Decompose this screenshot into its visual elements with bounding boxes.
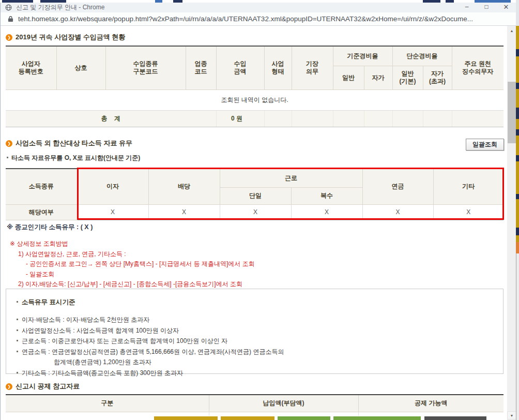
- background-fragment: [516, 194, 519, 199]
- empty-cell: [6, 412, 209, 416]
- value-labor-single: X: [220, 204, 291, 220]
- empty-cell: [452, 110, 503, 127]
- criteria-item: 근로소득 : 이중근로안내자 또는 근로소득금액 합계액이 100만원 이상인 …: [17, 336, 493, 347]
- bottom-button-5[interactable]: [424, 416, 486, 420]
- background-fragment: [516, 155, 519, 161]
- col-header-simple-self: 자가 (초과): [423, 66, 452, 89]
- table-row: 조회된 내역이 없습니다.: [6, 89, 503, 110]
- col-group-standard-rate: 기준경비율: [333, 46, 392, 66]
- total-label: 총 계: [6, 110, 216, 127]
- detail-info-block: ※ 상세정보 조회방법 1) 사업연말정산, 근로, 연금, 기타소득 : - …: [10, 239, 255, 290]
- empty-cell: [209, 412, 358, 416]
- section-bullet-icon: ❯: [6, 383, 12, 390]
- other-income-table: 소득종류 이자 배당 근로 연금 기타 단일 복수 해당여부 X X X: [6, 168, 503, 220]
- empty-cell: [358, 412, 503, 416]
- section1-title: ❯ 2019년 귀속 사업장별 수입금액 현황: [6, 33, 125, 42]
- empty-cell: [423, 110, 452, 127]
- window-title: 신고 및 기장의무 안내 - Chrome: [16, 3, 104, 12]
- value-other: X: [433, 204, 503, 220]
- col-header-dividend: 배당: [148, 169, 220, 204]
- col-header-paid-amount: 납입액(부담액): [209, 395, 358, 412]
- background-fragment: [516, 0, 519, 26]
- criteria-item: 이자·배당소득 : 이자·배당소득 2천만원 초과자: [17, 314, 493, 325]
- value-interest: X: [77, 204, 148, 220]
- value-labor-multiple: X: [291, 204, 362, 220]
- bottom-button-4[interactable]: [333, 416, 421, 420]
- scroll-up-button[interactable]: ▲: [507, 27, 516, 35]
- address-bar[interactable]: teht.hometax.go.kr/websquare/popup.html?…: [1, 12, 516, 26]
- detail-line: - 일괄조회: [26, 269, 255, 280]
- col-header-business-form: 사업 형태: [264, 46, 292, 89]
- col-header-labor-single: 단일: [220, 187, 291, 204]
- detail-line: - 공인인증서로 로그인→ 왼쪽 상단 [My홈택스] - [지급명세서 등 제…: [26, 259, 255, 269]
- scrollbar-thumb[interactable]: [508, 82, 516, 143]
- col-header-interest: 이자: [77, 169, 148, 204]
- bottom-button-3[interactable]: [278, 416, 330, 420]
- page-content: ❯ 2019년 귀속 사업장별 수입금액 현황 사업자 등록번호 상호 수입종류…: [1, 26, 516, 420]
- empty-cell: [333, 110, 364, 127]
- background-fragment: [516, 49, 519, 56]
- background-fragment: [516, 242, 519, 253]
- background-fragment: [516, 253, 519, 420]
- maximize-button[interactable]: □: [477, 3, 496, 12]
- bottom-button-2[interactable]: [221, 416, 274, 420]
- income-status-table: 사업자 등록번호 상호 수입종류 구분코드 업종 코드 수입 금액 사업 형태 …: [6, 46, 503, 127]
- empty-message: 조회된 내역이 없습니다.: [6, 89, 503, 110]
- col-header-bookkeeping-duty: 기장 의무: [292, 46, 333, 89]
- section3-title-text: 신고시 공제 참고자료: [16, 382, 80, 391]
- criteria-item: 사업연말정산소득 : 사업소득금액 합계액 100만원 이상자: [17, 325, 493, 336]
- col-header-income-kind: 소득종류: [6, 169, 77, 204]
- col-header-income-amount: 수입 금액: [216, 46, 264, 89]
- background-fragment: [516, 83, 519, 89]
- section2-title-text: 사업소득 외 합산대상 타소득 자료 유무: [16, 139, 132, 148]
- value-pension: X: [362, 204, 433, 220]
- table-row: 해당여부 X X X X X X: [6, 204, 503, 220]
- empty-cell: [292, 110, 333, 127]
- criteria-item: 연금소득 : 연금연말정산(공적연금) 총연금액 5,166,666원 이상, …: [17, 347, 493, 357]
- criteria-item: 기타소득 : 기타소득금액(종교인소득 포함) 300만원 초과자: [17, 368, 493, 379]
- col-header-income-type-code: 수입종류 구분코드: [105, 46, 186, 89]
- bottom-button-1[interactable]: [154, 416, 218, 420]
- background-fragment: [516, 129, 519, 136]
- criteria-item-continuation: 합계액(총연금액) 1,200만원 초과자: [54, 357, 493, 368]
- col-header-category: 구분: [6, 395, 209, 412]
- window-controls: – □ ✕: [457, 3, 516, 12]
- table-row: [6, 412, 503, 416]
- col-header-trade-name: 상호: [56, 46, 105, 89]
- col-header-pension: 연금: [362, 169, 433, 204]
- popup-window: 신고 및 기장의무 안내 - Chrome – □ ✕ teht.hometax…: [0, 3, 516, 420]
- col-header-deductible-amount: 공제 가능액: [358, 395, 503, 412]
- background-page-strip: [516, 0, 519, 420]
- col-header-simple-general: 일반 (기본): [392, 66, 423, 89]
- col-header-withholding-agent: 주요 원천 징수의무자: [452, 46, 503, 89]
- table-row: 총 계 0 원: [6, 110, 503, 127]
- criteria-box: 소득유무 표시기준 이자·배당소득 : 이자·배당소득 2천만원 초과자 사업연…: [6, 289, 503, 374]
- detail-line: 2) 이자,배당소득: [신고/납부] - [세금신고] - [종합소득세] -…: [18, 279, 255, 290]
- section-bullet-icon: ❯: [6, 140, 12, 147]
- batch-inquiry-button[interactable]: 일괄조회: [466, 139, 504, 151]
- section2-title: ❯ 사업소득 외 합산대상 타소득 자료 유무: [6, 139, 132, 148]
- col-header-industry-code: 업종 코드: [186, 46, 216, 89]
- scrollbar[interactable]: ▲ ▼: [507, 26, 516, 420]
- col-header-other: 기타: [433, 169, 503, 204]
- url-text: teht.hometax.go.kr/websquare/popup.html?…: [18, 15, 473, 23]
- empty-cell: [392, 110, 423, 127]
- col-header-standard-general: 일반: [333, 66, 364, 89]
- section-bullet-icon: ❯: [6, 34, 12, 41]
- col-header-standard-self: 자가: [364, 66, 392, 89]
- window-titlebar: 신고 및 기장의무 안내 - Chrome – □ ✕: [1, 3, 516, 12]
- lock-icon: [8, 16, 13, 22]
- empty-cell: [364, 110, 392, 127]
- close-button[interactable]: ✕: [496, 3, 516, 12]
- religious-income-note: ※ 종교인기타 소득유무 : ( X ): [7, 223, 93, 232]
- globe-icon: [5, 4, 12, 11]
- value-dividend: X: [148, 204, 220, 220]
- row-header-applicable: 해당여부: [6, 204, 77, 220]
- col-group-simple-rate: 단순경비율: [392, 46, 452, 66]
- deduction-reference-table: 구분 납입액(부담액) 공제 가능액: [6, 394, 503, 416]
- section1-title-text: 2019년 귀속 사업장별 수입금액 현황: [16, 33, 125, 42]
- scroll-down-button[interactable]: ▼: [507, 411, 516, 419]
- section3-title: ❯ 신고시 공제 참고자료: [6, 382, 80, 391]
- col-header-biz-no: 사업자 등록번호: [6, 46, 56, 89]
- minimize-button[interactable]: –: [457, 3, 477, 12]
